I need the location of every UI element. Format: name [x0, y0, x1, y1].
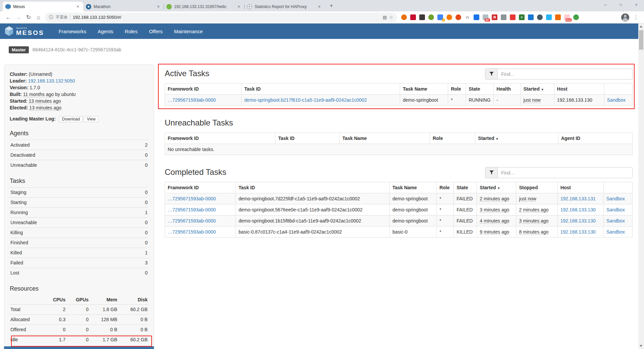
browser-menu-icon[interactable]: ⋮ [631, 13, 641, 22]
log-view-button[interactable]: View [84, 116, 99, 122]
sandbox-link[interactable]: Sandbox [606, 229, 625, 235]
host-link[interactable]: 192.168.133.131 [560, 196, 596, 201]
tab-mesos[interactable]: Mesos × [3, 2, 83, 11]
taobao-ext-icon[interactable]: 淘 [492, 14, 497, 20]
mesos-brand[interactable]: Apache MESOS [5, 26, 44, 36]
green-s-ext-icon[interactable]: S [519, 14, 525, 20]
dark-square-ext-icon[interactable] [419, 14, 425, 20]
translate-page-icon[interactable]: ▤ [383, 15, 387, 20]
blue-square-ext-icon[interactable] [528, 14, 534, 20]
abp-shield-ext-icon[interactable] [410, 14, 416, 20]
blue-flag-ext-icon[interactable] [474, 14, 479, 20]
forward-icon[interactable]: → [13, 13, 23, 22]
scrollbar-thumb[interactable] [639, 30, 643, 50]
col-task-id[interactable]: Task ID [275, 133, 339, 144]
host-link[interactable]: 192.168.133.130 [560, 218, 596, 223]
elected-line: Elected: 13 minutes ago [10, 104, 148, 111]
col-task-name[interactable]: Task Name [389, 182, 436, 193]
host-link[interactable]: 192.168.133.130 [560, 229, 596, 235]
tab-close-icon[interactable]: × [317, 4, 322, 9]
asterisk-ext-icon[interactable]: (*) [465, 14, 470, 20]
tab-hello-app[interactable]: 192.168.133.131:31657/hello × [164, 2, 244, 11]
leader-link[interactable]: 192.168.133.132:5050 [28, 78, 75, 84]
orange-cube-ext-icon[interactable] [555, 14, 561, 20]
tab-close-icon[interactable]: × [236, 4, 241, 9]
col-state[interactable]: State [466, 84, 494, 95]
tab-close-icon[interactable]: × [156, 4, 161, 9]
nav-item-agents[interactable]: Agents [92, 29, 119, 34]
framework-id-link[interactable]: …7295671593ab-0000 [168, 207, 216, 212]
blue-chat-ext-icon[interactable] [546, 14, 552, 20]
task-id-link[interactable]: demo-springboot.b217f610-c1a5-11e9-aaf9-… [244, 97, 367, 103]
green-circle-ext-icon[interactable] [573, 14, 579, 20]
col-started[interactable]: Started▼ [475, 133, 558, 144]
red-square-ext-icon[interactable] [510, 14, 516, 20]
reload-icon[interactable]: ↻ [23, 13, 34, 22]
profile-avatar[interactable] [621, 13, 629, 21]
table-row: Lost0 [10, 268, 148, 278]
col-role[interactable]: Role [430, 133, 475, 144]
host-link[interactable]: 192.168.133.130 [560, 207, 596, 212]
filter-icon[interactable] [485, 68, 498, 80]
tab-marathon[interactable]: Marathon × [83, 2, 164, 11]
nav-item-maintenance[interactable]: Maintenance [168, 29, 209, 34]
col-stopped[interactable]: Stopped [516, 182, 557, 193]
sandbox-link[interactable]: Sandbox [606, 207, 625, 212]
col-host[interactable]: Host [554, 84, 604, 95]
col-started[interactable]: Started▼ [521, 84, 554, 95]
active-tasks-find-input[interactable] [498, 68, 633, 80]
col-host[interactable]: Host [557, 182, 603, 193]
nav-item-offers[interactable]: Offers [143, 29, 168, 34]
scroll-down-icon[interactable] [638, 343, 644, 349]
col-task-name[interactable]: Task Name [400, 84, 448, 95]
col-started[interactable]: Started▼ [477, 182, 516, 193]
back-icon[interactable]: ← [3, 13, 13, 22]
mesos-favicon-icon [5, 4, 11, 9]
address-bar[interactable]: ⓘ 不安全 192.168.133.132:5050/#/ ▤ ☆ [45, 13, 397, 22]
red-c-ext-icon[interactable] [455, 14, 461, 20]
bookmark-star-icon[interactable]: ☆ [389, 15, 393, 20]
sandbox-link[interactable]: Sandbox [607, 97, 626, 103]
col-role[interactable]: Role [448, 84, 466, 95]
scroll-up-icon[interactable] [638, 23, 644, 29]
new-tab-button[interactable]: + [327, 1, 336, 10]
tab-haproxy-stats[interactable]: Statistics Report for HAProxy × [244, 2, 325, 11]
col-task-id[interactable]: Task ID [236, 182, 390, 193]
tab-close-icon[interactable]: × [75, 4, 80, 9]
col-state[interactable]: State [454, 182, 477, 193]
col-framework-id[interactable]: Framework ID [165, 182, 236, 193]
blue-badge1-ext-icon[interactable]: 1 [437, 14, 443, 20]
filter-icon[interactable] [485, 167, 498, 178]
nav-item-roles[interactable]: Roles [119, 29, 143, 34]
badge-99-ext-icon[interactable]: 99+ [483, 14, 488, 20]
gray-tool-ext-icon[interactable] [501, 14, 506, 20]
orange-ring-ext-icon[interactable] [446, 14, 452, 20]
minimize-button[interactable]: ─ [598, 0, 613, 9]
red-new-ext-icon[interactable]: New [564, 14, 570, 20]
close-button[interactable]: × [629, 0, 644, 9]
completed-tasks-find-input[interactable] [498, 167, 633, 178]
home-icon[interactable]: ⌂ [34, 13, 44, 22]
col-health[interactable]: Health [494, 84, 521, 95]
col-framework-id[interactable]: Framework ID [165, 84, 241, 95]
sandbox-link[interactable]: Sandbox [606, 196, 625, 201]
sandbox-link[interactable]: Sandbox [606, 218, 625, 223]
task-id-cell: demo-springboot.1b15f8bd-c1a5-11e9-aaf9-… [236, 215, 390, 227]
green-leaf-ext-icon[interactable] [428, 14, 434, 20]
framework-id-link[interactable]: …7295671593ab-0000 [168, 97, 216, 103]
col-task-id[interactable]: Task ID [241, 84, 400, 95]
nav-item-frameworks[interactable]: Frameworks [53, 29, 92, 34]
maximize-button[interactable]: □ [613, 0, 629, 9]
col-role[interactable]: Role [437, 182, 454, 193]
col-agent-id[interactable]: Agent ID [558, 133, 632, 144]
framework-id-link[interactable]: …7295671593ab-0000 [168, 229, 216, 235]
orange-circle-ext-icon[interactable] [401, 14, 407, 20]
col-framework-id[interactable]: Framework ID [165, 133, 275, 144]
dark-circle-ext-icon[interactable] [537, 14, 543, 20]
page-scrollbar[interactable] [638, 23, 644, 349]
col-task-name[interactable]: Task Name [339, 133, 430, 144]
framework-id-link[interactable]: …7295671593ab-0000 [168, 218, 216, 223]
framework-id-link[interactable]: …7295671593ab-0000 [168, 196, 216, 201]
log-download-button[interactable]: Download [59, 116, 83, 122]
page-info-icon[interactable]: ⓘ [49, 14, 53, 20]
